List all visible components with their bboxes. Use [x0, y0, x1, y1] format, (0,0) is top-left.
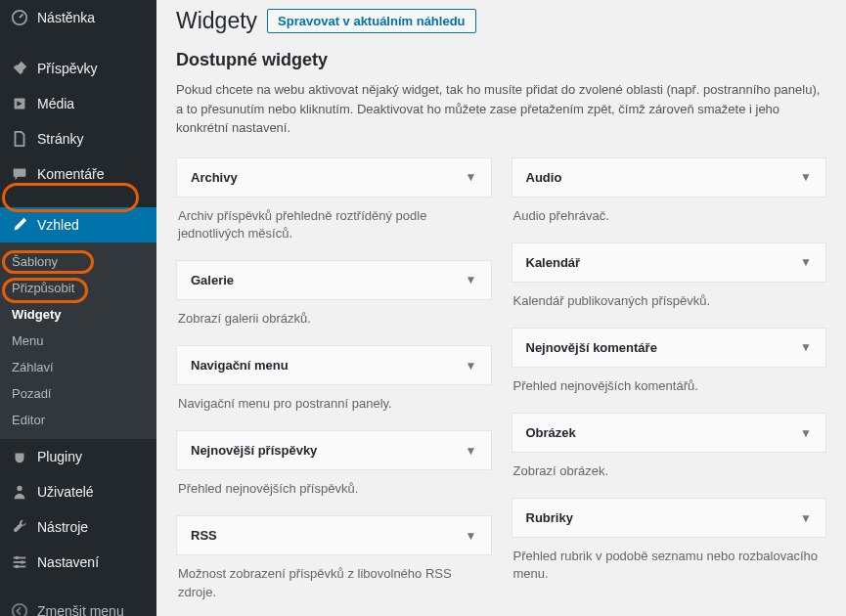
section-description: Pokud chcete na webu aktivovat nějaký wi…: [176, 80, 826, 138]
svg-point-7: [16, 565, 20, 569]
menu-label: Komentáře: [37, 166, 104, 182]
plugin-icon: [10, 447, 29, 466]
widget-header[interactable]: RSS▼: [176, 515, 492, 555]
comments-icon: [10, 164, 29, 184]
widget-title: Rubriky: [526, 510, 573, 525]
submenu-header[interactable]: Záhlaví: [0, 354, 156, 380]
widget-title: Obrázek: [526, 425, 576, 440]
widget-description: Zobrazí obrázek.: [512, 453, 827, 484]
page-header: Widgety Spravovat v aktuálním náhledu: [176, 0, 826, 50]
menu-users[interactable]: Uživatelé: [0, 474, 156, 509]
submenu-background[interactable]: Pozadí: [0, 380, 156, 407]
chevron-down-icon: ▼: [466, 529, 477, 543]
submenu-widgets[interactable]: Widgety: [0, 301, 156, 328]
widget-column-right: Audio▼Audio přehrávač.Kalendář▼Kalendář …: [512, 157, 827, 617]
chevron-down-icon: ▼: [466, 444, 477, 458]
pin-icon: [10, 59, 29, 78]
menu-pages[interactable]: Stránky: [0, 121, 156, 156]
widget-description: Přehled nejnovějších komentářů.: [512, 368, 827, 399]
page-title: Widgety: [176, 8, 257, 34]
widget-item: Rubriky▼Přehled rubrik v podobě seznamu …: [512, 498, 827, 587]
widget-item: Navigační menu▼Navigační menu pro postra…: [176, 345, 492, 417]
users-icon: [10, 482, 29, 502]
menu-dashboard[interactable]: Nástěnka: [0, 0, 156, 35]
menu-settings[interactable]: Nastavení: [0, 545, 156, 580]
widget-header[interactable]: Navigační menu▼: [176, 345, 492, 385]
widget-header[interactable]: Nejnovější komentáře▼: [512, 328, 827, 368]
widget-description: Archiv příspěvků přehledně roztříděný po…: [176, 198, 492, 246]
widget-item: Audio▼Audio přehrávač.: [512, 157, 827, 229]
chevron-down-icon: ▼: [466, 273, 477, 286]
widget-description: Zobrazí galerii obrázků.: [176, 300, 492, 331]
widget-header[interactable]: Nejnovější příspěvky▼: [176, 430, 492, 470]
menu-label: Nástroje: [37, 519, 88, 535]
chevron-down-icon: ▼: [800, 426, 812, 440]
menu-label: Stránky: [37, 131, 83, 147]
widget-title: Galerie: [191, 273, 234, 287]
widget-title: Archivy: [191, 170, 238, 185]
widget-description: Možnost zobrazení příspěvků z libovolnéh…: [176, 555, 492, 604]
widget-title: Kalendář: [526, 255, 581, 270]
widget-description: Přehled rubrik v podobě seznamu nebo roz…: [512, 538, 827, 587]
chevron-down-icon: ▼: [466, 170, 477, 184]
widget-item: Kalendář▼Kalendář publikovaných příspěvk…: [512, 242, 827, 314]
widget-description: Kalendář publikovaných příspěvků.: [512, 283, 827, 314]
menu-label: Pluginy: [37, 449, 82, 464]
media-icon: [10, 94, 29, 113]
menu-plugins[interactable]: Pluginy: [0, 439, 156, 474]
chevron-down-icon: ▼: [800, 511, 812, 525]
widget-column-left: Archivy▼Archiv příspěvků přehledně roztř…: [176, 157, 492, 617]
menu-label: Vzhled: [37, 217, 79, 233]
dashboard-icon: [10, 8, 29, 27]
widget-title: RSS: [191, 528, 217, 543]
submenu-themes[interactable]: Šablony: [0, 248, 156, 275]
submenu-editor[interactable]: Editor: [0, 407, 156, 433]
menu-label: Nástěnka: [37, 10, 95, 25]
collapse-icon: [10, 601, 29, 616]
widget-header[interactable]: Obrázek▼: [512, 413, 827, 453]
widget-title: Navigační menu: [191, 358, 289, 373]
widget-header[interactable]: Kalendář▼: [512, 242, 827, 283]
widget-header[interactable]: Archivy▼: [176, 157, 492, 198]
widget-item: Galerie▼Zobrazí galerii obrázků.: [176, 260, 492, 331]
tools-icon: [10, 517, 29, 537]
widget-title: Nejnovější příspěvky: [191, 443, 317, 458]
chevron-down-icon: ▼: [800, 170, 812, 184]
menu-media[interactable]: Média: [0, 86, 156, 121]
manage-live-preview-button[interactable]: Spravovat v aktuálním náhledu: [267, 9, 475, 33]
widget-description: Přehled nejnovějších příspěvků.: [176, 470, 492, 502]
widget-title: Audio: [526, 170, 562, 185]
menu-collapse[interactable]: Zmenšit menu: [0, 594, 156, 616]
widget-header[interactable]: Audio▼: [512, 157, 827, 198]
svg-point-6: [21, 560, 24, 564]
menu-label: Nastavení: [37, 554, 99, 570]
menu-appearance[interactable]: Vzhled: [0, 207, 156, 242]
section-title: Dostupné widgety: [176, 50, 826, 70]
admin-sidebar: Nástěnka Příspěvky Média Stránky Komentá…: [0, 0, 156, 616]
widget-description: Audio přehrávač.: [512, 198, 827, 229]
pages-icon: [10, 129, 29, 149]
brush-icon: [10, 215, 29, 235]
submenu-customize[interactable]: Přizpůsobit: [0, 275, 156, 301]
widget-item: Nejnovější komentáře▼Přehled nejnovějšíc…: [512, 328, 827, 399]
widget-title: Nejnovější komentáře: [526, 340, 657, 355]
widget-description: Navigační menu pro postranní panely.: [176, 385, 492, 417]
chevron-down-icon: ▼: [800, 255, 812, 269]
menu-label: Média: [37, 96, 74, 111]
widget-item: Archivy▼Archiv příspěvků přehledně roztř…: [176, 157, 492, 246]
menu-label: Uživatelé: [37, 484, 94, 500]
widget-header[interactable]: Galerie▼: [176, 260, 492, 300]
active-indicator-icon: [156, 216, 165, 234]
widget-header[interactable]: Rubriky▼: [512, 498, 827, 538]
menu-tools[interactable]: Nástroje: [0, 509, 156, 545]
submenu-menus[interactable]: Menu: [0, 328, 156, 354]
menu-label: Zmenšit menu: [37, 603, 124, 616]
svg-point-5: [16, 556, 20, 560]
menu-posts[interactable]: Příspěvky: [0, 51, 156, 86]
menu-comments[interactable]: Komentáře: [0, 156, 156, 192]
chevron-down-icon: ▼: [800, 340, 812, 354]
widget-item: RSS▼Možnost zobrazení příspěvků z libovo…: [176, 515, 492, 604]
widget-item: Obrázek▼Zobrazí obrázek.: [512, 413, 827, 484]
available-widgets-grid: Archivy▼Archiv příspěvků přehledně roztř…: [176, 157, 826, 617]
appearance-submenu: Šablony Přizpůsobit Widgety Menu Záhlaví…: [0, 242, 156, 439]
